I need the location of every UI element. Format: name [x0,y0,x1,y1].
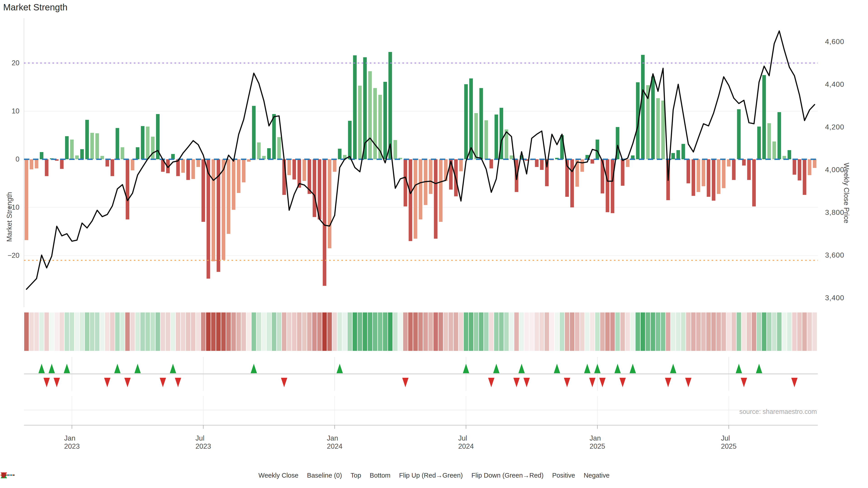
heatmap-cell [555,313,559,351]
flip-up-marker [114,364,121,373]
heatmap-cell [757,313,761,351]
strength-bar [45,159,49,176]
strength-bar [368,71,372,159]
heatmap-cell [711,313,716,351]
heatmap-cell [277,313,281,351]
heatmap-cell [120,313,125,351]
flip-up-marker [584,364,590,373]
heatmap-cell [651,313,655,351]
strength-bar [495,115,498,159]
heatmap-cell [110,313,115,351]
flip-up-marker [64,364,70,373]
strength-bar [105,159,109,166]
heatmap-cell [787,313,792,351]
strength-bar [409,159,412,241]
heatmap-cell [469,313,473,351]
strength-bar [813,159,816,168]
strength-bar [348,121,352,159]
flip-down-marker [488,378,494,387]
x-tick-label: Jul 2023 [195,434,211,451]
heatmap-cell [90,313,94,351]
y-tick-label-left: 0 [0,155,20,163]
heatmap-cell [34,313,39,351]
flip-down-marker [513,378,520,387]
flip-up-marker [614,364,621,373]
strength-bar [146,127,149,159]
heatmap-cell [509,313,514,351]
flip-up-marker [38,364,45,373]
strength-bar [414,159,417,238]
heatmap-cell [767,313,772,351]
strength-bar [732,159,736,180]
chart-legend: Weekly CloseBaseline (0)TopBottomFlip Up… [0,472,868,479]
heatmap-cell [85,313,89,351]
heatmap-cell [246,313,251,351]
heatmap-cell [241,313,246,351]
heatmap-cell [671,313,675,351]
heatmap-cell [368,313,372,351]
flip-up-marker [594,364,600,373]
strength-bar [303,159,306,181]
heatmap-cell [211,313,216,351]
heatmap-cell [777,313,781,351]
legend-item-line-dashed-blue: Baseline (0) [307,472,342,479]
flip-up-marker [493,364,500,373]
strength-bar [676,150,680,159]
heatmap-cell [600,313,604,351]
strength-bar [570,159,574,207]
strength-bar [803,159,806,195]
heatmap-cell [95,313,99,351]
source-note: source: sharemaestro.com [739,408,817,416]
heatmap-cell [373,313,377,351]
strength-bar [429,159,432,194]
heatmap-cell [145,313,150,351]
heatmap-cell [327,313,332,351]
y-tick-label-right: 4,600 [825,37,844,46]
flip-down-marker [524,378,530,387]
legend-label: Baseline (0) [307,472,342,479]
strength-bar [388,52,392,159]
heatmap-cell [762,313,766,351]
heatmap-cell [206,313,211,351]
strength-bar [394,140,397,159]
market-strength-chart-canvas [0,0,868,488]
flip-down-marker [665,378,671,387]
flip-up-marker [170,364,176,373]
heatmap-cell [696,313,701,351]
heatmap-cell [524,313,529,351]
chart-title: Market Strength [3,2,68,12]
flip-up-marker [49,364,55,373]
flip-up-marker [251,364,257,373]
heatmap-cell [504,313,508,351]
strength-bar [323,159,327,286]
y-tick-label-right: 3,800 [825,208,844,217]
heatmap-cell [706,313,711,351]
strength-bar [358,86,362,159]
heatmap-cell [176,313,180,351]
heatmap-cell [449,313,453,351]
strength-bar [606,159,609,212]
legend-label: Flip Down (Green→Red) [471,472,544,479]
heatmap-cell [802,313,807,351]
heatmap-cell [560,313,564,351]
strength-bar [686,159,690,184]
heatmap-cell [443,313,448,351]
heatmap-cell [484,313,489,351]
strength-bar [702,159,705,186]
heatmap-cell [196,313,200,351]
strength-bar [787,150,791,159]
heatmap-cell [747,313,751,351]
strength-bar [439,159,442,222]
strength-bar [70,140,74,159]
strength-bar [171,154,175,159]
flip-up-marker [463,364,469,373]
heatmap-cell [332,313,337,351]
heatmap-cell [151,313,155,351]
heatmap-cell [312,313,317,351]
heatmap-cell [428,313,433,351]
strength-bar [722,159,725,188]
flip-up-marker [670,364,676,373]
heatmap-cell [383,313,388,351]
flip-down-marker [104,378,111,387]
heatmap-cell [636,313,640,351]
